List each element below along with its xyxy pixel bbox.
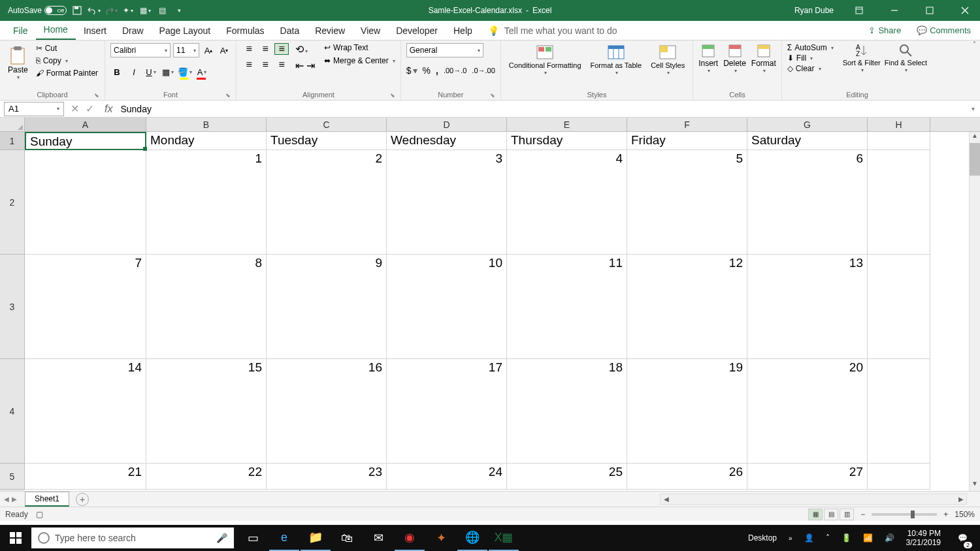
tab-page-layout[interactable]: Page Layout [152, 22, 219, 40]
formula-input[interactable]: Sunday [116, 102, 966, 116]
column-header-G[interactable]: G [747, 118, 868, 131]
cell-B1[interactable]: Monday [146, 132, 267, 150]
cell-H3[interactable] [868, 255, 930, 359]
cell-C3[interactable]: 9 [267, 255, 387, 359]
minimize-icon[interactable] [879, 0, 909, 21]
sort-filter-button[interactable]: AZSort & Filter▾ [843, 43, 881, 74]
cell-A4[interactable]: 14 [25, 359, 146, 464]
increase-font-icon[interactable]: A▴ [202, 44, 215, 57]
column-header-F[interactable]: F [627, 118, 747, 131]
conditional-formatting-button[interactable]: Conditional Formatting▾ [506, 43, 584, 78]
cell-C4[interactable]: 16 [267, 359, 387, 464]
cell-F1[interactable]: Friday [627, 132, 747, 150]
column-header-A[interactable]: A [25, 118, 146, 131]
mic-icon[interactable]: 🎤 [216, 533, 227, 543]
column-header-B[interactable]: B [146, 118, 267, 131]
undo-icon[interactable]: ▾ [88, 4, 101, 17]
row-header-2[interactable]: 2 [0, 150, 25, 255]
tab-view[interactable]: View [353, 22, 388, 40]
font-launcher-icon[interactable]: ⬊ [225, 92, 231, 99]
overflow-icon[interactable]: » [785, 535, 796, 542]
vertical-scrollbar[interactable]: ▲ ▼ [969, 132, 980, 491]
column-header-D[interactable]: D [387, 118, 507, 131]
tray-up-icon[interactable]: ˄ [822, 533, 834, 543]
cell-D2[interactable]: 3 [387, 150, 507, 255]
collapse-ribbon-icon[interactable]: ˄ [973, 40, 976, 48]
align-bottom-icon[interactable]: ≡ [274, 43, 289, 55]
user-name[interactable]: Ryan Dube [794, 6, 839, 15]
paste-button[interactable]: Paste ▾ [5, 43, 31, 83]
battery-icon[interactable]: 🔋 [838, 533, 855, 543]
cell-E2[interactable]: 4 [507, 150, 627, 255]
delete-cells-button[interactable]: Delete▾ [723, 43, 746, 74]
font-name-select[interactable]: Calibri▾ [110, 43, 171, 57]
edge-icon[interactable]: e [269, 525, 299, 551]
column-header-C[interactable]: C [267, 118, 387, 131]
qat-icon-1[interactable]: ✦▾ [122, 4, 135, 17]
copy-button[interactable]: ⎘Copy▾ [35, 55, 99, 66]
expand-formula-bar-icon[interactable]: ▾ [966, 105, 980, 112]
cell-D1[interactable]: Wednesday [387, 132, 507, 150]
excel-taskbar-icon[interactable]: X▦ [489, 525, 519, 551]
taskbar-search[interactable]: Type here to search 🎤 [31, 527, 234, 548]
macro-record-icon[interactable]: ▢ [36, 510, 43, 519]
cell-G4[interactable]: 20 [747, 359, 868, 464]
cell-A2[interactable] [25, 150, 146, 255]
format-painter-button[interactable]: 🖌Format Painter [35, 68, 99, 78]
cancel-formula-icon[interactable]: ✕ [71, 102, 79, 115]
name-box[interactable]: A1▾ [4, 102, 64, 116]
wifi-icon[interactable]: 📶 [859, 533, 877, 543]
align-right-icon[interactable]: ≡ [274, 59, 289, 71]
cell-F4[interactable]: 19 [627, 359, 747, 464]
decrease-font-icon[interactable]: A▾ [218, 44, 231, 57]
cell-D5[interactable]: 24 [387, 464, 507, 490]
row-header-5[interactable]: 5 [0, 464, 25, 490]
merge-center-button[interactable]: ⬌Merge & Center▾ [324, 56, 395, 65]
align-left-icon[interactable]: ≡ [242, 59, 256, 71]
tab-data[interactable]: Data [272, 22, 308, 40]
accounting-format-icon[interactable]: $▾ [406, 65, 417, 76]
cell-G5[interactable]: 27 [747, 464, 868, 490]
clipboard-launcher-icon[interactable]: ⬊ [94, 92, 99, 99]
format-table-button[interactable]: Format as Table▾ [588, 43, 645, 78]
tab-home[interactable]: Home [36, 20, 76, 40]
column-header-H[interactable]: H [868, 118, 930, 131]
qat-customize-icon[interactable]: ▾ [172, 4, 186, 17]
cell-H4[interactable] [868, 359, 930, 464]
vivaldi-icon[interactable]: ◉ [395, 525, 425, 551]
autosave-toggle[interactable]: AutoSave Off [8, 6, 67, 15]
percent-format-icon[interactable]: % [423, 65, 431, 76]
tab-formulas[interactable]: Formulas [218, 22, 272, 40]
normal-view-icon[interactable]: ▦ [808, 509, 823, 520]
cell-E1[interactable]: Thursday [507, 132, 627, 150]
insert-cells-button[interactable]: Insert▾ [698, 43, 718, 74]
border-button[interactable]: ▦▾ [161, 65, 174, 78]
start-button[interactable] [0, 525, 31, 551]
cell-A1[interactable]: Sunday [25, 132, 146, 150]
people-icon[interactable]: 👤 [800, 533, 818, 543]
save-icon[interactable] [71, 4, 84, 17]
cell-F3[interactable]: 12 [627, 255, 747, 359]
comments-button[interactable]: 💬Comments [913, 23, 975, 38]
share-button[interactable]: ⇪Share [864, 23, 905, 38]
scroll-left-icon[interactable]: ◀ [661, 496, 672, 503]
select-all-corner[interactable] [0, 118, 25, 131]
number-launcher-icon[interactable]: ⬊ [490, 92, 495, 99]
desktop-label[interactable]: Desktop [744, 533, 781, 543]
cell-E5[interactable]: 25 [507, 464, 627, 490]
enter-formula-icon[interactable]: ✓ [86, 102, 94, 115]
cell-B4[interactable]: 15 [146, 359, 267, 464]
fill-color-button[interactable]: 🪣▾ [178, 65, 191, 78]
cell-B5[interactable]: 22 [146, 464, 267, 490]
tell-me-search[interactable]: 💡 Tell me what you want to do [488, 22, 617, 40]
qat-icon-3[interactable]: ▤ [155, 4, 169, 17]
alignment-launcher-icon[interactable]: ⬊ [390, 92, 395, 99]
file-explorer-icon[interactable]: 📁 [301, 525, 331, 551]
maximize-icon[interactable] [915, 0, 945, 21]
sheet-nav-next-icon[interactable]: ▶ [12, 496, 17, 503]
redo-icon[interactable]: ▾ [105, 4, 118, 17]
cell-C5[interactable]: 23 [267, 464, 387, 490]
scroll-right-icon[interactable]: ▶ [955, 496, 966, 503]
row-header-1[interactable]: 1 [0, 132, 25, 150]
cell-E3[interactable]: 11 [507, 255, 627, 359]
